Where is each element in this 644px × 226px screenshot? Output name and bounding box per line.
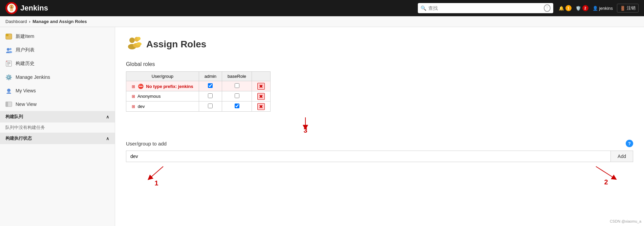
table-row: ⊞ ⛔ No type prefix: jenkins ✖: [126, 81, 271, 91]
assign-roles-icon: [126, 35, 142, 53]
baserole-check-dev[interactable]: [222, 101, 252, 112]
build-executor-label: 构建执行状态: [5, 135, 32, 141]
sidebar-item-label: Manage Jenkins: [16, 74, 50, 80]
notification-badge: 1: [565, 5, 572, 11]
build-queue-empty: 队列中没有构建任务: [0, 122, 115, 133]
breadcrumb: Dashboard › Manage and Assign Roles: [0, 16, 644, 27]
baserole-check-jenkins[interactable]: [222, 81, 252, 91]
user-list-icon: [5, 47, 12, 53]
annotation-2-label: 2: [604, 178, 608, 186]
jenkins-logo[interactable]: Jenkins: [5, 2, 48, 14]
col-delete: [252, 72, 271, 81]
build-executor-section[interactable]: 构建执行状态 ∧: [0, 133, 115, 144]
delete-btn-dev[interactable]: ✖: [257, 103, 265, 110]
svg-rect-8: [6, 34, 8, 36]
row-edit-icon-jenkins[interactable]: ⊞: [132, 84, 135, 89]
sidebar: 新建Item 用户列表: [0, 27, 115, 226]
header-icons: 🔔 1 🛡️ 2 👤 jenkins 🚪 注销: [559, 4, 639, 13]
table-row: ⊞ Anonymous ✖: [126, 91, 271, 101]
col-base-role: baseRole: [222, 72, 252, 81]
build-queue-section[interactable]: 构建队列 ∧: [0, 111, 115, 122]
notification-bell[interactable]: 🔔 1: [559, 5, 572, 11]
user-cell-anonymous: ⊞ Anonymous: [126, 91, 199, 101]
bell-icon: 🔔: [559, 6, 564, 11]
user-group-add-input[interactable]: [126, 151, 610, 162]
add-button[interactable]: Add: [610, 151, 633, 162]
roles-table: User/group admin baseRole ⊞ ⛔ No type pr…: [126, 71, 271, 112]
row-edit-icon-dev[interactable]: ⊞: [132, 104, 135, 109]
delete-jenkins[interactable]: ✖: [252, 81, 271, 91]
my-views-icon: [5, 87, 12, 94]
shield-icon: 🛡️: [576, 6, 581, 11]
breadcrumb-separator: ›: [29, 19, 30, 24]
jenkins-label: No type prefix: jenkins: [146, 84, 193, 89]
delete-btn-anonymous[interactable]: ✖: [257, 93, 265, 100]
admin-check-jenkins[interactable]: [199, 81, 222, 91]
user-icon: 👤: [593, 6, 598, 11]
svg-point-6: [12, 6, 13, 7]
baserole-check-anonymous[interactable]: [222, 91, 252, 101]
admin-check-dev[interactable]: [199, 101, 222, 112]
sidebar-item-my-views[interactable]: My Views: [0, 84, 115, 97]
breadcrumb-current: Manage and Assign Roles: [33, 19, 87, 24]
baserole-checkbox-anonymous[interactable]: [235, 93, 239, 98]
svg-line-28: [150, 166, 163, 178]
sidebar-item-build-history[interactable]: 构建历史: [0, 57, 115, 70]
logout-label: 注销: [627, 5, 636, 11]
anonymous-label: Anonymous: [137, 94, 161, 99]
sidebar-item-label: My Views: [16, 88, 36, 93]
search-input[interactable]: [428, 5, 542, 11]
sidebar-item-new-item[interactable]: 新建Item: [0, 30, 115, 43]
svg-rect-3: [10, 9, 13, 12]
breadcrumb-dashboard[interactable]: Dashboard: [5, 19, 27, 24]
add-section: User/group to add ? Add: [126, 140, 633, 162]
logout-icon: 🚪: [620, 6, 625, 11]
col-user-group: User/group: [126, 72, 199, 81]
sidebar-item-manage-jenkins[interactable]: ⚙️ Manage Jenkins: [0, 70, 115, 84]
search-bar[interactable]: 🔍 ?: [418, 3, 553, 13]
baserole-checkbox-jenkins[interactable]: [235, 83, 239, 88]
admin-checkbox-dev[interactable]: [208, 104, 213, 108]
search-help-icon[interactable]: ?: [544, 4, 551, 12]
search-icon: 🔍: [421, 5, 426, 11]
annotation-3-label: 3: [292, 127, 319, 134]
svg-point-5: [10, 6, 11, 7]
sidebar-item-label: 用户列表: [16, 47, 35, 53]
svg-point-17: [7, 89, 10, 92]
layout: 新建Item 用户列表: [0, 27, 644, 226]
manage-jenkins-icon: ⚙️: [5, 74, 12, 81]
global-roles-title: Global roles: [126, 61, 633, 67]
sidebar-item-label: 构建历史: [16, 61, 35, 67]
svg-point-9: [7, 48, 9, 51]
user-menu[interactable]: 👤 jenkins: [593, 6, 613, 11]
sidebar-item-label: 新建Item: [16, 33, 34, 40]
add-help-icon[interactable]: ?: [626, 140, 633, 147]
admin-checkbox-jenkins[interactable]: [208, 83, 213, 88]
security-shield[interactable]: 🛡️ 2: [576, 5, 588, 11]
build-history-icon: [5, 60, 12, 67]
row-edit-icon-anonymous[interactable]: ⊞: [132, 94, 135, 99]
delete-dev[interactable]: ✖: [252, 101, 271, 112]
logout-button[interactable]: 🚪 注销: [617, 4, 639, 13]
user-cell-jenkins: ⊞ ⛔ No type prefix: jenkins: [126, 81, 199, 91]
delete-anonymous[interactable]: ✖: [252, 91, 271, 101]
svg-point-11: [9, 48, 12, 50]
admin-checkbox-anonymous[interactable]: [208, 93, 213, 98]
delete-btn-jenkins[interactable]: ✖: [257, 83, 265, 90]
error-icon-jenkins: ⛔: [138, 84, 144, 89]
header: Jenkins 🔍 ? 🔔 1 🛡️ 2 👤 jenkins 🚪 注销: [0, 0, 644, 16]
add-section-label: User/group to add ?: [126, 140, 633, 147]
logo-text: Jenkins: [20, 4, 48, 13]
build-queue-collapse-icon: ∧: [106, 114, 109, 119]
svg-point-18: [6, 92, 11, 94]
baserole-checkbox-dev[interactable]: [235, 104, 239, 108]
sidebar-item-new-view[interactable]: New View: [0, 97, 115, 111]
page-title: Assign Roles: [146, 39, 206, 50]
sidebar-item-user-list[interactable]: 用户列表: [0, 43, 115, 57]
admin-check-anonymous[interactable]: [199, 91, 222, 101]
svg-point-12: [9, 51, 12, 53]
svg-point-26: [136, 42, 142, 46]
svg-line-29: [596, 166, 615, 178]
watermark: CSDN @xiaomu_a: [610, 219, 641, 223]
main-content: Assign Roles Global roles User/group adm…: [115, 27, 644, 226]
